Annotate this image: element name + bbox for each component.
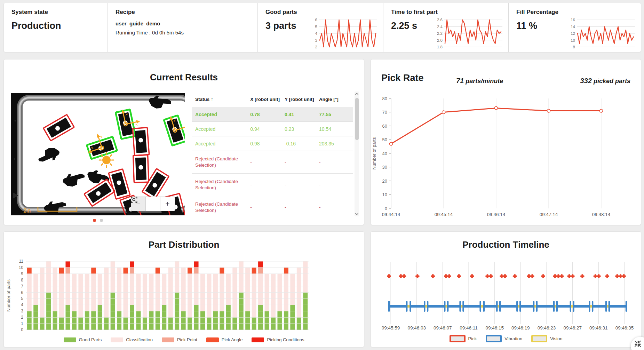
- pick-marker: [402, 274, 406, 278]
- scroll-up-icon[interactable]: [355, 92, 359, 96]
- good-parts-label: Good parts: [265, 9, 297, 16]
- time-to-first-part-sparkline: 2.62.42.22.01.8: [432, 16, 504, 49]
- stacked-bar: [136, 274, 141, 330]
- scroll-down-icon[interactable]: [355, 212, 359, 216]
- scrollbar-thumb[interactable]: [355, 98, 359, 140]
- image-zoom-toolbar: − +: [131, 197, 175, 211]
- table-cell: -0.16: [285, 141, 319, 146]
- vibration-segment: [389, 305, 407, 308]
- pick-marker: [605, 274, 609, 278]
- svg-text:14: 14: [571, 25, 575, 29]
- svg-text:8: 8: [21, 278, 23, 283]
- pick-marker: [530, 274, 534, 278]
- svg-text:6: 6: [21, 290, 23, 295]
- svg-text:40: 40: [382, 151, 387, 156]
- table-row[interactable]: Rejected (Candidate Selection)---: [192, 151, 353, 174]
- legend-item-good-parts[interactable]: Good Parts: [64, 337, 102, 342]
- svg-text:12: 12: [571, 31, 575, 35]
- vibration-segment: [448, 305, 460, 308]
- svg-text:2.6: 2.6: [437, 18, 443, 22]
- table-row[interactable]: Accepted0.780.4177.55: [192, 107, 353, 122]
- stacked-bar: [72, 274, 77, 330]
- vibration-segment: [557, 305, 571, 308]
- table-row[interactable]: Accepted0.940.2310.54: [192, 122, 353, 136]
- svg-text:2: 2: [21, 315, 23, 320]
- stacked-bar: [162, 274, 166, 330]
- stacked-bar: [271, 274, 276, 330]
- good-parts-sparkline: 65432: [307, 16, 379, 49]
- svg-text:09:46:15: 09:46:15: [485, 325, 504, 331]
- table-cell: Rejected (Candidate Selection): [195, 156, 250, 168]
- stacked-bar: [200, 274, 205, 330]
- good-parts-value: 3 parts: [265, 21, 296, 31]
- scale-label: 2in: [23, 208, 31, 214]
- table-cell: Accepted: [195, 112, 250, 117]
- legend-item-pick-point[interactable]: Pick Point: [162, 337, 197, 342]
- legend-label: Classification: [126, 337, 153, 342]
- results-table-container: Status ↑X [robot unit]Y [robot unit]Angl…: [192, 92, 359, 216]
- svg-text:5: 5: [315, 25, 317, 29]
- stacked-bar: [277, 274, 282, 330]
- table-cell: -: [250, 159, 285, 165]
- table-scrollbar[interactable]: [355, 92, 359, 216]
- svg-text:11: 11: [19, 259, 24, 264]
- zoom-in-button[interactable]: +: [160, 197, 175, 211]
- table-cell: 0.78: [250, 112, 285, 117]
- table-row[interactable]: Rejected (Candidate Selection)---: [192, 196, 353, 216]
- part-distribution-chart: Number of parts01234567891011: [4, 256, 364, 335]
- table-row[interactable]: Accepted0.98-0.16203.35: [192, 136, 353, 151]
- fill-percentage-sparkline: 161412108: [565, 16, 636, 49]
- svg-text:70: 70: [382, 110, 387, 115]
- legend-item-classification[interactable]: Classification: [111, 337, 153, 342]
- legend-swatch: [486, 335, 502, 342]
- pick-marker: [415, 274, 419, 278]
- pagination-dot-1[interactable]: [93, 219, 96, 222]
- svg-text:09:46:35: 09:46:35: [615, 325, 634, 331]
- svg-text:8: 8: [573, 45, 575, 49]
- zoom-fit-button[interactable]: [145, 197, 160, 211]
- svg-text:09:46:03: 09:46:03: [407, 325, 426, 331]
- legend-item-vision[interactable]: Vision: [531, 335, 562, 342]
- legend-label: Picking Conditions: [267, 337, 304, 342]
- stacked-bar: [303, 261, 308, 330]
- column-header: X [robot unit]: [250, 97, 285, 102]
- svg-text:7: 7: [21, 284, 23, 289]
- camera-view[interactable]: YXYXYX2in − +: [11, 93, 185, 215]
- pagination-dot-2[interactable]: [100, 219, 103, 222]
- legend-item-pick-angle[interactable]: Pick Angle: [206, 337, 243, 342]
- legend-item-pick[interactable]: Pick: [450, 335, 477, 342]
- stacked-bar: [111, 261, 115, 330]
- stacked-bar: [149, 274, 153, 330]
- svg-text:50: 50: [382, 137, 387, 142]
- table-cell: -: [319, 182, 351, 188]
- svg-text:3: 3: [315, 38, 317, 42]
- svg-text:2.4: 2.4: [437, 25, 443, 29]
- svg-text:80: 80: [382, 96, 387, 101]
- fill-percentage-label: Fill Percentage: [516, 9, 558, 16]
- svg-text:2: 2: [315, 45, 317, 49]
- svg-text:09:45:14: 09:45:14: [435, 212, 453, 217]
- picked-parts-value: 332 picked parts: [580, 77, 630, 85]
- pick-marker: [560, 274, 564, 278]
- stacked-bar: [46, 261, 51, 330]
- column-header-status-sort[interactable]: Status ↑: [195, 97, 250, 102]
- vibration-segment: [609, 305, 626, 308]
- table-cell: Accepted: [195, 126, 250, 132]
- vibration-segment: [537, 305, 554, 308]
- pick-rate-chart: 09:44:1409:45:1409:46:1409:47:1409:48:14…: [371, 91, 641, 220]
- svg-text:20: 20: [382, 178, 387, 184]
- pick-marker: [470, 274, 474, 278]
- production-timeline-legend: PickVibrationVision: [371, 335, 641, 342]
- table-row[interactable]: Rejected (Candidate Selection)---: [192, 174, 353, 196]
- current-results-panel: Current Results YXYXYX2in − + Status ↑X …: [3, 59, 364, 225]
- svg-text:16: 16: [571, 18, 575, 22]
- table-cell: 0.41: [285, 112, 319, 117]
- legend-item-picking-conditions[interactable]: Picking Conditions: [252, 337, 304, 342]
- svg-text:0: 0: [385, 206, 387, 211]
- time-to-first-part-label: Time to first part: [391, 9, 438, 16]
- legend-item-vibration[interactable]: Vibration: [486, 335, 522, 342]
- svg-text:09:46:27: 09:46:27: [563, 325, 582, 331]
- vibration-segment: [428, 305, 445, 308]
- table-cell: 0.23: [285, 126, 319, 132]
- good-parts-section: Good parts 3 parts 65432: [257, 3, 383, 52]
